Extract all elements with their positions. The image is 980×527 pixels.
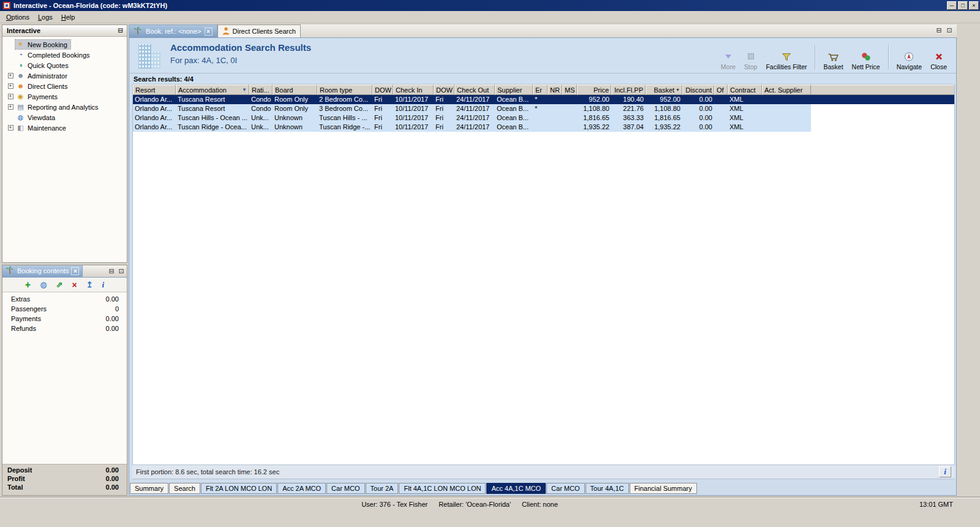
minimize-window-button[interactable]: ─ <box>947 1 957 10</box>
column-header-check-out[interactable]: Check Out <box>454 85 495 95</box>
close-button[interactable]: Close <box>926 42 951 72</box>
column-header-ms[interactable]: MS <box>562 85 577 95</box>
column-header-incl-fl-pp[interactable]: Incl.Fl.PP <box>611 85 646 95</box>
booking-row-passengers[interactable]: Passengers0 <box>2 305 127 315</box>
column-header-resort[interactable]: Resort <box>133 85 176 95</box>
expander: + <box>6 104 15 110</box>
sidebar-item-quick-quotes[interactable]: Quick Quotes <box>2 60 127 70</box>
sidebar-item-completed-bookings[interactable]: Completed Bookings <box>2 50 127 60</box>
sidebar-item-payments[interactable]: +Payments <box>2 91 127 102</box>
column-header-act-supplier[interactable]: Act. Supplier <box>762 85 811 95</box>
menu-logs[interactable]: Logs <box>34 12 57 23</box>
cell-nr <box>548 123 562 132</box>
expand-icon[interactable]: + <box>8 83 13 89</box>
export-button[interactable]: ⇗ <box>56 281 63 289</box>
tree-label-wrap: Direct Clients <box>15 82 70 91</box>
booking-row-total[interactable]: Total0.00 <box>2 483 127 492</box>
maximize-window-button[interactable]: □ <box>958 1 968 10</box>
bottom-tab-summary[interactable]: Summary <box>130 483 168 494</box>
facilities-filter-button[interactable]: Facilities Filter <box>761 42 811 72</box>
bottom-tab-tour-2a[interactable]: Tour 2A <box>366 483 399 494</box>
menu-help[interactable]: Help <box>57 12 80 23</box>
tab-book-ref-none[interactable]: Book. ref.: <none>× <box>129 25 217 37</box>
column-header-of[interactable]: Of <box>714 85 728 95</box>
sidebar-item-maintenance[interactable]: +Maintenance <box>2 123 127 133</box>
item-info-button[interactable]: i <box>102 281 105 289</box>
bottom-tab-acc-2a-mco[interactable]: Acc 2A MCO <box>277 483 326 494</box>
row-label: Payments <box>11 315 41 325</box>
booking-row-payments[interactable]: Payments0.00 <box>2 315 127 325</box>
toolbar-separator <box>815 45 815 69</box>
tree-label-wrap: Maintenance <box>15 123 69 132</box>
bottom-tab-flt-4a-1c-lon-mco-lon[interactable]: Flt 4A,1C LON MCO LON <box>399 483 486 494</box>
add-item-button[interactable]: + <box>25 281 31 289</box>
table-row[interactable]: Orlando Ar...Tuscan Ridge - Ocea...Unk..… <box>133 123 954 132</box>
column-header-discount[interactable]: Discount <box>682 85 714 95</box>
column-header-price[interactable]: Price <box>577 85 611 95</box>
expand-icon[interactable]: + <box>8 73 13 78</box>
column-header-accommodation[interactable]: Accommodation▼ <box>176 85 249 95</box>
column-header-contract[interactable]: Contract <box>728 85 762 95</box>
sidebar-item-new-booking[interactable]: New Booking <box>2 39 127 50</box>
cell-board: Room Only <box>273 104 317 113</box>
booking-row-profit[interactable]: Profit0.00 <box>2 475 127 483</box>
tab-direct-clients-search[interactable]: Direct Clients Search <box>217 25 301 37</box>
filter-icon[interactable]: ▼ <box>241 87 247 93</box>
cell-supplier: Ocean B... <box>495 104 533 113</box>
bottom-tab-search[interactable]: Search <box>169 483 200 494</box>
bottom-tab-financial-summary[interactable]: Financial Summary <box>630 483 697 494</box>
menu-options[interactable]: Options <box>2 12 34 23</box>
column-header-dow[interactable]: DOW <box>434 85 454 95</box>
tree-label-wrap: Viewdata <box>15 113 58 122</box>
bottom-tab-acc-4a-1c-mco[interactable]: Acc 4A,1C MCO <box>486 483 546 494</box>
close-icon <box>935 51 943 62</box>
navigate-button[interactable]: Navigate <box>892 42 926 72</box>
expand-icon[interactable]: + <box>8 125 13 131</box>
minimize-editor-icon[interactable]: ⊟ <box>935 26 943 35</box>
column-header-basket[interactable]: Basket▼ <box>646 85 682 95</box>
column-header-rati[interactable]: Rati... <box>249 85 273 95</box>
table-row[interactable]: Orlando Ar...Tuscana ResortCondoRoom Onl… <box>133 104 954 113</box>
expand-icon[interactable]: + <box>8 104 13 110</box>
column-label: Er <box>535 86 542 94</box>
close-tab-icon[interactable]: × <box>205 28 213 36</box>
table-row[interactable]: Orlando Ar...Tuscana ResortCondoRoom Onl… <box>133 95 954 104</box>
bottom-tab-car-mco[interactable]: Car MCO <box>546 483 584 494</box>
close-window-button[interactable]: × <box>969 1 979 10</box>
basket-button[interactable]: Basket <box>819 42 847 72</box>
nett-price-button[interactable]: Nett Price <box>848 42 884 72</box>
column-header-room-type[interactable]: Room type <box>317 85 372 95</box>
minimize-panel-icon[interactable]: ⊟ <box>116 27 125 35</box>
cell-ms <box>562 95 577 104</box>
booking-row-refunds[interactable]: Refunds0.00 <box>2 325 127 335</box>
booking-row-extras[interactable]: Extras0.00 <box>2 295 127 305</box>
bottom-tab-car-mco[interactable]: Car MCO <box>326 483 364 494</box>
bottom-tab-tour-4a-1c[interactable]: Tour 4A,1C <box>586 483 629 494</box>
quote-button[interactable]: ◍ <box>40 281 47 289</box>
booking-row-deposit[interactable]: Deposit0.00 <box>2 466 127 475</box>
sidebar-item-direct-clients[interactable]: +Direct Clients <box>2 81 127 91</box>
booking-contents-toolbar: +◍⇗×↥i <box>2 278 127 292</box>
sidebar-item-administrator[interactable]: +Administrator <box>2 70 127 81</box>
bottom-tab-flt-2a-lon-mco-lon[interactable]: Flt 2A LON MCO LON <box>201 483 277 494</box>
column-header-supplier[interactable]: Supplier <box>495 85 533 95</box>
expand-icon[interactable]: + <box>8 94 13 99</box>
cell-nr <box>548 113 562 123</box>
table-row[interactable]: Orlando Ar...Tuscan Hills - Ocean ...Unk… <box>133 113 954 123</box>
sidebar-item-viewdata[interactable]: Viewdata <box>2 112 127 123</box>
maximize-editor-icon[interactable]: ⊡ <box>945 26 954 35</box>
column-header-er[interactable]: Er <box>533 85 548 95</box>
column-header-nr[interactable]: NR <box>548 85 562 95</box>
close-tab-icon[interactable]: × <box>71 267 79 275</box>
sidebar-item-reporting-and-analytics[interactable]: +Reporting and Analytics <box>2 102 127 112</box>
minimize-view-icon[interactable]: ⊟ <box>107 267 116 276</box>
editor-area: Book. ref.: <none>×Direct Clients Search… <box>129 25 957 496</box>
column-header-board[interactable]: Board <box>273 85 317 95</box>
info-button[interactable]: i <box>939 466 951 477</box>
delete-item-button[interactable]: × <box>72 281 77 289</box>
column-header-dow[interactable]: DOW <box>372 85 393 95</box>
booking-contents-tab[interactable]: Booking contents × <box>2 265 83 277</box>
column-header-check-in[interactable]: Check In <box>393 85 434 95</box>
move-up-button[interactable]: ↥ <box>86 281 93 289</box>
maximize-view-icon[interactable]: ⊡ <box>117 267 126 276</box>
